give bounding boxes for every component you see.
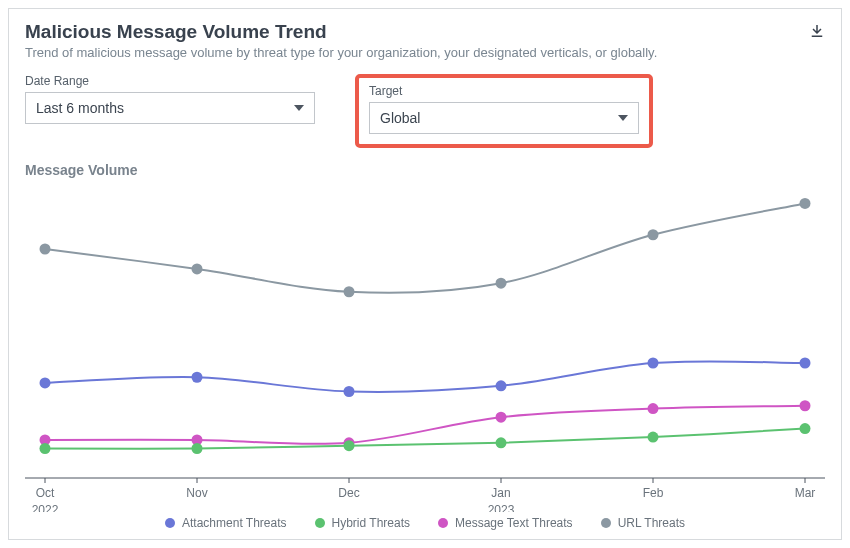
svg-point-26 [800,358,811,369]
svg-point-35 [344,440,355,451]
svg-point-31 [648,403,659,414]
svg-point-34 [192,443,203,454]
svg-point-18 [496,278,507,289]
svg-point-24 [496,380,507,391]
legend-label-attachment: Attachment Threats [182,516,287,530]
trend-panel: Malicious Message Volume Trend Trend of … [8,8,842,540]
svg-text:Nov: Nov [186,486,207,500]
legend-dot-attachment [165,518,175,528]
target-field: Target Global [369,84,639,134]
svg-point-37 [648,432,659,443]
legend-message-text[interactable]: Message Text Threats [438,516,573,530]
controls-row: Date Range Last 6 months Target Global [25,74,825,148]
svg-point-22 [192,372,203,383]
download-button[interactable] [805,19,829,43]
svg-text:Oct: Oct [36,486,55,500]
legend-url[interactable]: URL Threats [601,516,685,530]
svg-text:2023: 2023 [488,503,515,512]
legend-hybrid[interactable]: Hybrid Threats [315,516,410,530]
svg-point-23 [344,386,355,397]
legend: Attachment Threats Hybrid Threats Messag… [25,516,825,530]
svg-point-15 [40,244,51,255]
chart-title: Message Volume [25,162,825,178]
target-value: Global [380,110,420,126]
svg-text:Feb: Feb [643,486,664,500]
target-select[interactable]: Global [369,102,639,134]
legend-dot-url [601,518,611,528]
svg-point-17 [344,286,355,297]
panel-title: Malicious Message Volume Trend [25,21,657,43]
svg-point-16 [192,263,203,274]
date-range-field: Date Range Last 6 months [25,74,315,124]
legend-label-message-text: Message Text Threats [455,516,573,530]
line-chart: Oct2022NovDecJan2023FebMar [25,182,825,512]
legend-label-hybrid: Hybrid Threats [332,516,410,530]
target-highlight: Target Global [355,74,653,148]
chart-area: Oct2022NovDecJan2023FebMar [25,182,825,512]
svg-point-25 [648,358,659,369]
svg-point-21 [40,377,51,388]
svg-text:Jan: Jan [491,486,510,500]
svg-point-33 [40,443,51,454]
chevron-down-icon [294,105,304,111]
svg-point-38 [800,423,811,434]
svg-text:Dec: Dec [338,486,359,500]
download-icon [808,22,826,40]
svg-text:2022: 2022 [32,503,59,512]
legend-label-url: URL Threats [618,516,685,530]
svg-point-20 [800,198,811,209]
chevron-down-icon [618,115,628,121]
date-range-label: Date Range [25,74,315,88]
legend-dot-message-text [438,518,448,528]
svg-point-30 [496,412,507,423]
target-label: Target [369,84,639,98]
legend-attachment[interactable]: Attachment Threats [165,516,287,530]
legend-dot-hybrid [315,518,325,528]
svg-point-32 [800,400,811,411]
svg-point-19 [648,229,659,240]
svg-text:Mar: Mar [795,486,816,500]
svg-point-36 [496,437,507,448]
panel-subtitle: Trend of malicious message volume by thr… [25,45,657,60]
date-range-value: Last 6 months [36,100,124,116]
date-range-select[interactable]: Last 6 months [25,92,315,124]
